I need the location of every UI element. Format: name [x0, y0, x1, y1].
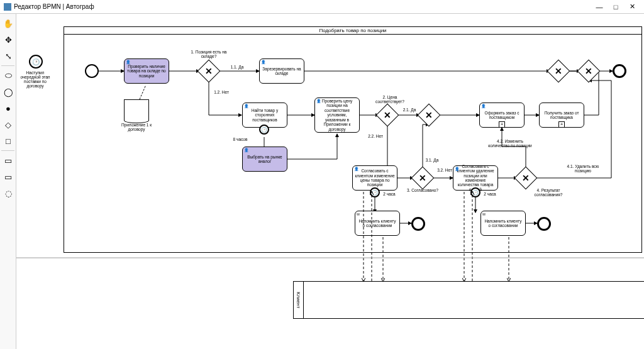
start-label: Наступил очередной этап поставки по дого…	[16, 70, 54, 89]
hand-tool-icon[interactable]: ✋	[1, 16, 15, 30]
gateway-merge2[interactable]: ✕	[418, 104, 441, 127]
start-event[interactable]	[85, 64, 99, 78]
gateway-merge-top[interactable]: ✕	[547, 60, 570, 83]
group-icon[interactable]: ◌	[1, 186, 15, 200]
window-title: Редактор BPMN | Автограф	[14, 3, 591, 10]
end-event-a[interactable]	[411, 217, 425, 231]
gw4-a: 4.1. Удалить всю позицию	[561, 164, 605, 173]
task-icon[interactable]: □	[1, 134, 15, 148]
diagram-canvas[interactable]: Поставить материалы на объект строительс…	[16, 14, 644, 349]
client-pool[interactable]: Клиент	[293, 281, 644, 319]
gw3-yes: 3.1. Да	[423, 158, 441, 162]
task-check-stock[interactable]: 👤Проверить наличие товара на складе по п…	[124, 58, 169, 84]
window-titlebar: Редактор BPMN | Автограф — □ ✕	[0, 0, 644, 14]
gw2-yes: 2.1. Да	[400, 108, 419, 112]
gw1-no: 1.2. Нет	[212, 90, 231, 94]
task-remind-b[interactable]: ✉Напомнить клиенту о согласовании	[480, 211, 526, 236]
gateway-agreed[interactable]: ✕	[411, 167, 435, 190]
gateway-price-ok[interactable]: ✕	[376, 104, 399, 127]
client-label: Клиент	[294, 282, 304, 318]
gateway-result[interactable]: ✕	[514, 167, 538, 190]
boundary-timer-2h-a[interactable]: 🕑	[370, 187, 380, 197]
subprocess-pool[interactable]: Подобрать товар по позиции	[64, 26, 642, 253]
task-select-analog[interactable]: 👤Выбрать на рынке аналог	[242, 147, 287, 172]
gw3-label: 3. Согласовано?	[404, 188, 441, 192]
pool-title: Подобрать товар по позиции	[64, 27, 641, 35]
task-receive-order[interactable]: Получить заказ от поставщика+	[539, 102, 584, 128]
gw1-yes: 1.1. Да	[228, 65, 247, 69]
gateway-in-stock[interactable]: ✕	[197, 60, 221, 83]
pool-icon[interactable]: ▭	[1, 153, 15, 167]
app-icon	[4, 3, 11, 11]
task-check-price[interactable]: 👤Проверить цену позиции на соответствие …	[314, 97, 360, 133]
timer-8h-label: 8 часов	[228, 137, 253, 141]
gw3-no: 3.2. Нет	[434, 168, 455, 172]
gw1-label: 1. Позиция есть на складе?	[190, 50, 228, 58]
data-object-attachment[interactable]	[124, 99, 149, 121]
gateway-icon[interactable]: ◇	[1, 118, 15, 131]
maximize-button[interactable]: □	[608, 3, 624, 11]
task-reserve[interactable]: 👤Зарезервировать на складе	[259, 58, 304, 84]
timer-2h-label-a: 2 часа	[380, 192, 399, 196]
gw4-b: 4.2. Изменить количество по позиции	[488, 139, 532, 148]
gateway-final[interactable]: ✕	[577, 60, 601, 83]
vertical-toolbar: ✋ ✥ ⤡ ⬭ ◯ ● ◇ □ ▭ ▭ ◌	[0, 14, 16, 349]
timer-start-event[interactable]: 🕑	[29, 55, 43, 69]
end-event-icon[interactable]: ●	[1, 101, 15, 115]
close-button[interactable]: ✕	[624, 3, 640, 11]
svg-line-16	[140, 85, 146, 99]
gw2-label: 2. Цена соответствует?	[372, 95, 408, 104]
task-find-supplier[interactable]: 👤Найти товар у сторонних поставщиков	[242, 102, 287, 128]
task-agree-price[interactable]: 👤Согласовать с клиентом изменение цены т…	[352, 165, 397, 191]
intermediate-event-icon[interactable]: ◯	[1, 85, 15, 99]
boundary-timer-2h-b[interactable]: 🕑	[470, 187, 480, 197]
gw2-no: 2.2. Нет	[366, 134, 385, 138]
task-agree-qty[interactable]: 👤Согласовать с клиентом удаление позиции…	[453, 165, 498, 191]
start-event-icon[interactable]: ⬭	[1, 69, 15, 82]
lane-icon[interactable]: ▭	[1, 170, 15, 184]
task-remind-a[interactable]: ✉Напомнить клиенту о согласовании	[355, 211, 400, 236]
task-order-supplier[interactable]: 👤Оформить заказ с поставщиком+	[479, 102, 525, 128]
move-tool-icon[interactable]: ✥	[1, 33, 15, 47]
boundary-timer-8h[interactable]: 🕑	[259, 125, 269, 135]
minimize-button[interactable]: —	[591, 3, 608, 11]
end-event-main[interactable]	[613, 64, 626, 78]
end-event-b[interactable]	[537, 217, 551, 231]
gw4-label: 4. Результат согласования?	[530, 188, 567, 197]
doc-label: Приложение 1 к договору	[116, 123, 157, 131]
connect-tool-icon[interactable]: ⤡	[1, 49, 15, 63]
timer-2h-label-b: 2 часа	[480, 192, 499, 196]
